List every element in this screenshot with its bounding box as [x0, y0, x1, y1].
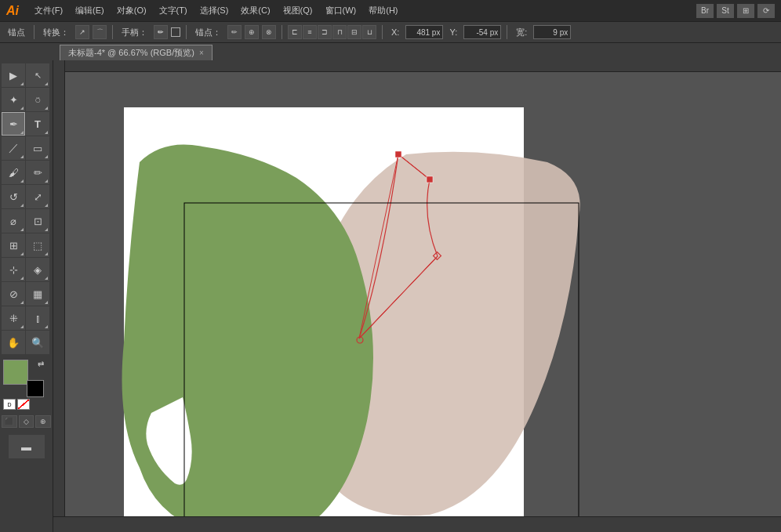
menu-object[interactable]: 对象(O) — [111, 3, 153, 18]
w-label: 宽: — [513, 27, 530, 38]
sep5 — [382, 25, 383, 39]
mesh-tool[interactable]: ⊹ — [2, 258, 25, 281]
free-transform-tool[interactable]: ⊡ — [26, 209, 49, 233]
title-bar: Ai 文件(F) 编辑(E) 对象(O) 文字(T) 选择(S) 效果(C) 视… — [0, 0, 781, 21]
scale-tool[interactable]: ⤢ — [26, 185, 49, 208]
align-top[interactable]: ⊓ — [332, 25, 347, 39]
line-tool[interactable]: ／ — [2, 136, 25, 160]
tab-close-btn[interactable]: × — [199, 49, 204, 57]
artboard — [124, 107, 524, 523]
shape-builder-tool[interactable]: ⊞ — [2, 233, 25, 257]
horizontal-ruler — [53, 60, 781, 72]
document-tab[interactable]: 未标题-4* @ 66.67% (RGB/预览) × — [60, 45, 213, 60]
align-middle[interactable]: ⊟ — [347, 25, 361, 39]
menu-help[interactable]: 帮助(H) — [362, 3, 404, 18]
x-input[interactable] — [405, 25, 443, 39]
anchor-label2: 锚点： — [192, 27, 224, 38]
menu-text[interactable]: 文字(T) — [153, 3, 194, 18]
direct-selection-tool[interactable]: ↖ — [26, 63, 49, 87]
menu-view[interactable]: 视图(Q) — [277, 3, 319, 18]
sep1 — [34, 25, 35, 39]
bridge-icon[interactable]: Br — [696, 4, 714, 18]
anchor-icon3[interactable]: ⊗ — [262, 25, 276, 39]
zoom-search[interactable]: ⊕ — [35, 415, 51, 428]
tool-row-11: ⁜ ⫿ — [2, 306, 51, 330]
sep2 — [112, 25, 113, 39]
none-color-btn[interactable] — [17, 399, 30, 410]
small-tool-row: ⬛ ◇ ⊕ — [2, 415, 51, 428]
anchor-pen-icon[interactable]: ✏ — [227, 25, 242, 39]
color-area: ⇄ D — [2, 358, 51, 411]
eyedropper-tool[interactable]: ⊘ — [2, 282, 25, 306]
menu-bar: 文件(F) 编辑(E) 对象(O) 文字(T) 选择(S) 效果(C) 视图(Q… — [28, 3, 693, 18]
status-bar — [53, 516, 781, 532]
options-toolbar: 锚点 转换： ↗ ⌒ 手柄： ✏ 锚点： ✏ ⊕ ⊗ ⊏ ≡ ⊐ ⊓ ⊟ ⊔ X… — [0, 21, 781, 43]
menu-effect[interactable]: 效果(C) — [234, 3, 276, 18]
tool-row-8: ⊞ ⬚ — [2, 233, 51, 257]
rotate-tool[interactable]: ↺ — [2, 185, 25, 208]
hand-tool[interactable]: ✋ — [2, 331, 25, 354]
anchor-label: 锚点 — [5, 27, 28, 38]
symbol-sprayer-tool[interactable]: ⁜ — [2, 306, 25, 330]
tool-row-1: ▶ ↖ — [2, 63, 51, 87]
align-right[interactable]: ⊐ — [318, 25, 332, 39]
lasso-tool[interactable]: ⍥ — [26, 88, 49, 111]
gradient-tool[interactable]: ◈ — [26, 258, 49, 281]
canvas-area[interactable] — [53, 60, 781, 532]
handle-icon2[interactable] — [171, 27, 180, 37]
align-left[interactable]: ⊏ — [288, 25, 302, 39]
tool-row-2: ✦ ⍥ — [2, 88, 51, 111]
pencil-tool[interactable]: ✏ — [26, 161, 49, 184]
graph-tool[interactable]: ▦ — [26, 282, 49, 306]
magic-wand-tool[interactable]: ✦ — [2, 88, 25, 111]
draw-mode[interactable]: ◇ — [19, 415, 35, 428]
column-graph-tool[interactable]: ⫿ — [26, 306, 49, 330]
rectangle-tool[interactable]: ▭ — [26, 136, 49, 160]
tool-row-10: ⊘ ▦ — [2, 282, 51, 306]
anchor-icon2[interactable]: ⊕ — [245, 25, 259, 39]
w-input[interactable] — [533, 25, 571, 39]
zoom-tool[interactable]: 🔍 — [26, 331, 49, 354]
rotate-view-icon[interactable]: ⟳ — [757, 4, 775, 18]
perspective-tool[interactable]: ⬚ — [26, 233, 49, 257]
toolbox: ▶ ↖ ✦ ⍥ ✒ T ／ ▭ 🖌 ✏ ↺ ⤢ ⌀ ⊡ — [0, 60, 53, 532]
default-colors: D — [3, 399, 49, 410]
text-tool[interactable]: T — [26, 112, 49, 136]
workspace-icon[interactable]: ⊞ — [737, 4, 754, 18]
smooth-btn[interactable]: ⌒ — [93, 25, 107, 39]
swap-colors-icon[interactable]: ⇄ — [38, 360, 44, 368]
warp-tool[interactable]: ⌀ — [2, 209, 25, 233]
menu-select[interactable]: 选择(S) — [194, 3, 235, 18]
selection-tool[interactable]: ▶ — [2, 63, 25, 87]
pen-tool[interactable]: ✒ — [2, 112, 25, 136]
tool-row-9: ⊹ ◈ — [2, 258, 51, 281]
menu-edit[interactable]: 编辑(E) — [69, 3, 111, 18]
handle-icon1[interactable]: ✏ — [154, 25, 168, 39]
sep3 — [186, 25, 187, 39]
stroke-color[interactable] — [27, 380, 44, 397]
y-input[interactable] — [463, 25, 501, 39]
y-label: Y: — [446, 27, 460, 37]
menu-file[interactable]: 文件(F) — [28, 3, 69, 18]
align-center[interactable]: ≡ — [303, 25, 317, 39]
title-right-icons: Br St ⊞ ⟳ — [696, 4, 775, 18]
artboard-tool[interactable]: ▬ — [9, 435, 45, 458]
align-icons: ⊏ ≡ ⊐ ⊓ ⊟ ⊔ — [288, 25, 376, 39]
stock-icon[interactable]: St — [717, 4, 734, 18]
fill-color[interactable] — [3, 360, 28, 385]
app-logo: Ai — [6, 4, 19, 18]
vertical-ruler — [53, 60, 65, 532]
default-colors-btn[interactable]: D — [3, 399, 16, 410]
tool-row-6: ↺ ⤢ — [2, 185, 51, 208]
x-label: X: — [388, 27, 402, 37]
menu-window[interactable]: 窗口(W) — [319, 3, 363, 18]
sep6 — [507, 25, 507, 39]
handle-label: 手柄： — [118, 27, 151, 38]
align-bottom[interactable]: ⊔ — [362, 25, 376, 39]
tool-row-5: 🖌 ✏ — [2, 161, 51, 184]
change-screen-mode[interactable]: ⬛ — [2, 415, 17, 428]
main-area: ▶ ↖ ✦ ⍥ ✒ T ／ ▭ 🖌 ✏ ↺ ⤢ ⌀ ⊡ — [0, 60, 781, 532]
paintbrush-tool[interactable]: 🖌 — [2, 161, 25, 184]
convert-anchor-btn[interactable]: ↗ — [75, 25, 89, 39]
tab-bar: 未标题-4* @ 66.67% (RGB/预览) × — [0, 43, 781, 60]
